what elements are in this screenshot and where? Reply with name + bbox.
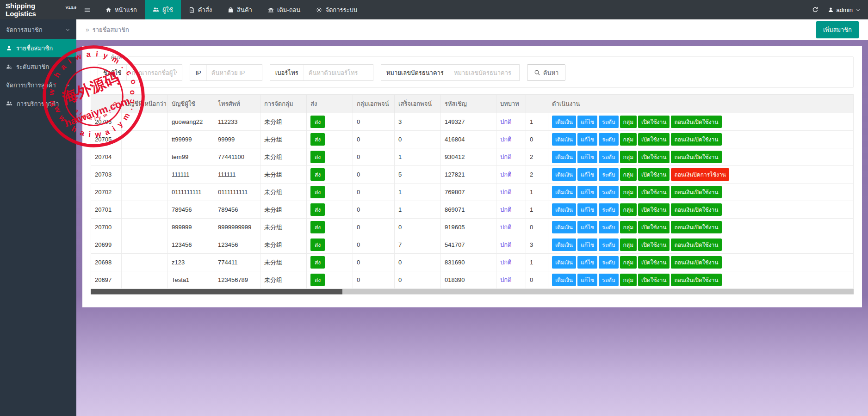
nav-item[interactable]: ผู้ใช้ (145, 0, 181, 19)
edit-button[interactable]: แก้ไข (577, 116, 597, 128)
add-member-button[interactable]: เพิ่มสมาชิก (816, 21, 859, 38)
edit-button[interactable]: แก้ไข (577, 221, 597, 233)
withdraw-enabled-button[interactable]: ถอนเงินเปิดใช้งาน (671, 133, 721, 146)
send-button[interactable]: ส่ง (310, 203, 325, 216)
refresh-button[interactable] (812, 6, 818, 13)
withdraw-enabled-button[interactable]: ถอนเงินเปิดใช้งาน (671, 186, 721, 198)
enable-button[interactable]: เปิดใช้งาน (638, 116, 670, 128)
role-link[interactable]: ปกติ (500, 241, 512, 248)
group-button[interactable]: กลุ่ม (620, 151, 637, 163)
topup-button[interactable]: เติมเงิน (552, 221, 576, 233)
nav-item[interactable]: สินค้า (220, 0, 260, 19)
sidebar-item[interactable]: จัดการสมาชิก (0, 20, 76, 39)
edit-button[interactable]: แก้ไข (577, 203, 597, 216)
group-button[interactable]: กลุ่ม (620, 168, 637, 181)
hamburger-menu-icon[interactable] (76, 0, 98, 19)
role-link[interactable]: ปกติ (500, 189, 512, 196)
topup-button[interactable]: เติมเงิน (552, 168, 576, 181)
group-button[interactable]: กลุ่ม (620, 186, 637, 198)
withdraw-disabled-button[interactable]: ถอนเงินปิดการใช้งาน (671, 168, 729, 181)
enable-button[interactable]: เปิดใช้งาน (638, 151, 670, 163)
role-link[interactable]: ปกติ (500, 153, 512, 160)
level-button[interactable]: ระดับ (599, 133, 618, 146)
topup-button[interactable]: เติมเงิน (552, 133, 576, 146)
horizontal-scrollbar[interactable] (91, 289, 854, 294)
enable-button[interactable]: เปิดใช้งาน (638, 133, 670, 146)
search-input-2[interactable] (206, 65, 262, 80)
edit-button[interactable]: แก้ไข (577, 168, 597, 181)
send-button[interactable]: ส่ง (310, 256, 325, 269)
enable-button[interactable]: เปิดใช้งาน (638, 256, 670, 269)
level-button[interactable]: ระดับ (599, 151, 618, 163)
nav-item[interactable]: จัดการระบบ (308, 0, 365, 19)
role-link[interactable]: ปกติ (500, 136, 512, 143)
edit-button[interactable]: แก้ไข (577, 186, 597, 198)
level-button[interactable]: ระดับ (599, 256, 618, 269)
level-button[interactable]: ระดับ (599, 168, 618, 181)
sidebar-item[interactable]: การบริการลูกค้า (0, 94, 76, 113)
topup-button[interactable]: เติมเงิน (552, 256, 576, 269)
level-button[interactable]: ระดับ (599, 239, 618, 251)
enable-button[interactable]: เปิดใช้งาน (638, 274, 670, 286)
role-link[interactable]: ปกติ (500, 276, 512, 283)
group-button[interactable]: กลุ่ม (620, 203, 637, 216)
edit-button[interactable]: แก้ไข (577, 239, 597, 251)
topup-button[interactable]: เติมเงิน (552, 203, 576, 216)
group-button[interactable]: กลุ่ม (620, 239, 637, 251)
group-button[interactable]: กลุ่ม (620, 274, 637, 286)
group-button[interactable]: กลุ่ม (620, 116, 637, 128)
group-button[interactable]: กลุ่ม (620, 221, 637, 233)
withdraw-enabled-button[interactable]: ถอนเงินเปิดใช้งาน (671, 256, 721, 269)
role-link[interactable]: ปกติ (500, 224, 512, 231)
search-input-3[interactable] (304, 65, 373, 80)
nav-item[interactable]: หน้าแรก (98, 0, 145, 19)
group-button[interactable]: กลุ่ม (620, 133, 637, 146)
sidebar-item[interactable]: จัดการบริการลูกค้า (0, 76, 76, 94)
edit-button[interactable]: แก้ไข (577, 151, 597, 163)
level-button[interactable]: ระดับ (599, 221, 618, 233)
withdraw-enabled-button[interactable]: ถอนเงินเปิดใช้งาน (671, 116, 721, 128)
admin-menu[interactable]: admin (828, 6, 861, 13)
withdraw-enabled-button[interactable]: ถอนเงินเปิดใช้งาน (671, 221, 721, 233)
scrollbar-thumb[interactable] (91, 289, 342, 294)
send-button[interactable]: ส่ง (310, 151, 325, 163)
withdraw-enabled-button[interactable]: ถอนเงินเปิดใช้งาน (671, 274, 721, 286)
search-input-4[interactable] (449, 65, 519, 80)
role-link[interactable]: ปกติ (500, 118, 512, 125)
withdraw-enabled-button[interactable]: ถอนเงินเปิดใช้งาน (671, 151, 721, 163)
enable-button[interactable]: เปิดใช้งาน (638, 203, 670, 216)
edit-button[interactable]: แก้ไข (577, 256, 597, 269)
send-button[interactable]: ส่ง (310, 186, 325, 198)
search-button[interactable]: ค้นหา (527, 64, 565, 81)
enable-button[interactable]: เปิดใช้งาน (638, 186, 670, 198)
level-button[interactable]: ระดับ (599, 274, 618, 286)
sidebar-item[interactable]: รายชื่อสมาชิก (0, 39, 76, 57)
withdraw-enabled-button[interactable]: ถอนเงินเปิดใช้งาน (671, 239, 721, 251)
edit-button[interactable]: แก้ไข (577, 274, 597, 286)
topup-button[interactable]: เติมเงิน (552, 186, 576, 198)
topup-button[interactable]: เติมเงิน (552, 151, 576, 163)
search-input-1[interactable] (126, 65, 182, 80)
send-button[interactable]: ส่ง (310, 116, 325, 128)
enable-button[interactable]: เปิดใช้งาน (638, 168, 670, 181)
enable-button[interactable]: เปิดใช้งาน (638, 221, 670, 233)
send-button[interactable]: ส่ง (310, 274, 325, 286)
enable-button[interactable]: เปิดใช้งาน (638, 239, 670, 251)
sidebar-item[interactable]: ระดับสมาชิก (0, 57, 76, 76)
send-button[interactable]: ส่ง (310, 168, 325, 181)
edit-button[interactable]: แก้ไข (577, 133, 597, 146)
role-link[interactable]: ปกติ (500, 206, 512, 213)
level-button[interactable]: ระดับ (599, 116, 618, 128)
topup-button[interactable]: เติมเงิน (552, 239, 576, 251)
level-button[interactable]: ระดับ (599, 203, 618, 216)
role-link[interactable]: ปกติ (500, 259, 512, 266)
send-button[interactable]: ส่ง (310, 221, 325, 233)
topup-button[interactable]: เติมเงิน (552, 116, 576, 128)
level-button[interactable]: ระดับ (599, 186, 618, 198)
role-link[interactable]: ปกติ (500, 171, 512, 178)
nav-item[interactable]: เติม-ถอน (260, 0, 308, 19)
send-button[interactable]: ส่ง (310, 133, 325, 146)
send-button[interactable]: ส่ง (310, 239, 325, 251)
nav-item[interactable]: คำสั่ง (181, 0, 220, 19)
withdraw-enabled-button[interactable]: ถอนเงินเปิดใช้งาน (671, 203, 721, 216)
